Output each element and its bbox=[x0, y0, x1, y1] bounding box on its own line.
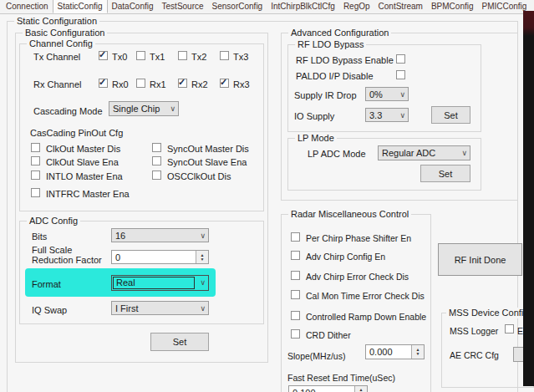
oscclkout-dis-label: OSCClkOut Dis bbox=[167, 171, 231, 181]
tab-sensorconfig[interactable]: SensorConfig bbox=[208, 0, 267, 13]
tx3-label: Tx3 bbox=[233, 52, 248, 62]
rx2-label: Rx2 bbox=[191, 79, 208, 89]
rf-init-done-button[interactable]: RF Init Done bbox=[438, 243, 522, 276]
paldo-ip-disable-checkbox[interactable] bbox=[396, 70, 405, 79]
syncout-master-dis-checkbox[interactable] bbox=[152, 143, 161, 152]
lp-mode-set-button[interactable]: Set bbox=[420, 165, 470, 182]
iq-swap-label: IQ Swap bbox=[32, 305, 67, 315]
tab-intchirpblkctlcfg[interactable]: IntChirpBlkCtlCfg bbox=[267, 0, 339, 13]
syncout-master-dis-label: SyncOut Master Dis bbox=[167, 144, 249, 154]
chevron-down-icon: ∨ bbox=[200, 303, 206, 314]
tx1-label: Tx1 bbox=[150, 52, 165, 62]
cascading-mode-label: Cascading Mode bbox=[33, 106, 103, 116]
bits-dropdown[interactable]: 16 ∨ bbox=[111, 228, 209, 242]
rx0-label: Rx0 bbox=[112, 79, 129, 89]
chevron-down-icon: ∨ bbox=[399, 109, 405, 121]
tx0-checkbox[interactable] bbox=[99, 51, 108, 60]
rx1-checkbox[interactable] bbox=[136, 79, 145, 88]
syncout-slave-ena-label: SyncOut Slave Ena bbox=[167, 157, 247, 167]
tx2-label: Tx2 bbox=[191, 52, 206, 62]
chevron-down-icon: ∨ bbox=[461, 147, 467, 159]
tab-bar: Connection StaticConfig DataConfig TestS… bbox=[0, 0, 534, 14]
paldo-ip-disable-label: PALDO I/P Disable bbox=[296, 71, 374, 81]
rf-ldo-bypass-enable-label: RF LDO Bypass Enable bbox=[296, 55, 394, 65]
tx3-checkbox[interactable] bbox=[220, 51, 229, 60]
cascading-pinout-title: CasCading PinOut Cfg bbox=[30, 128, 123, 138]
rf-ldo-bypass-enable-checkbox[interactable] bbox=[396, 54, 405, 64]
chevron-down-icon: ∨ bbox=[200, 230, 206, 242]
full-scale-reduction-spinner[interactable]: 0 ▲▼ bbox=[111, 250, 209, 264]
full-scale-label-line2: Reduction Factor bbox=[32, 255, 102, 265]
io-supply-dropdown[interactable]: 3.3 ∨ bbox=[365, 108, 409, 122]
mss-logger-label: MSS Logger bbox=[450, 326, 498, 336]
format-value: Real bbox=[116, 277, 135, 288]
window-edge-strip bbox=[523, 11, 534, 386]
controlled-ramp-down-enable-checkbox[interactable] bbox=[291, 311, 300, 320]
full-scale-reduction-value: 0 bbox=[115, 252, 120, 262]
basic-configuration-title: Basic Configuration bbox=[23, 28, 107, 38]
advanced-configuration-title: Advanced Configuration bbox=[288, 28, 391, 38]
tab-dataconfig[interactable]: DataConfig bbox=[108, 0, 158, 13]
cascading-mode-dropdown[interactable]: Single Chip ∨ bbox=[109, 101, 179, 116]
crd-dither-checkbox[interactable] bbox=[291, 329, 300, 339]
clkout-master-dis-checkbox[interactable] bbox=[31, 143, 40, 152]
rx0-checkbox[interactable] bbox=[99, 79, 108, 88]
cal-mon-time-error-check-dis-label: Cal Mon Time Error Check Dis bbox=[306, 291, 425, 301]
fast-reset-end-time-label: Fast Reset End Time(uSec) bbox=[287, 373, 395, 383]
cal-mon-time-error-check-dis-checkbox[interactable] bbox=[291, 290, 300, 299]
adv-chirp-config-en-checkbox[interactable] bbox=[291, 251, 300, 260]
tab-staticconfig[interactable]: StaticConfig bbox=[53, 0, 108, 13]
per-chirp-phase-shifter-label: Per Chirp Phase Shifter En bbox=[306, 233, 411, 243]
rf-ldo-set-button[interactable]: Set bbox=[431, 106, 470, 124]
supply-ir-drop-value: 0% bbox=[369, 89, 383, 99]
intlo-master-ena-label: INTLO Master Ena bbox=[46, 171, 123, 181]
tab-testsource[interactable]: TestSource bbox=[158, 0, 208, 13]
spinner-arrows[interactable]: ▲▼ bbox=[354, 386, 367, 392]
down-arrow-icon[interactable]: ▼ bbox=[201, 257, 205, 262]
format-focus-box: Real bbox=[113, 277, 195, 289]
oscclkout-dis-checkbox[interactable] bbox=[152, 171, 161, 180]
tab-bpmconfig[interactable]: BPMConfig bbox=[427, 0, 478, 13]
per-chirp-phase-shifter-checkbox[interactable] bbox=[291, 232, 300, 242]
clkout-slave-ena-checkbox[interactable] bbox=[31, 156, 40, 165]
radar-misc-control-title: Radar Miscellaneous Control bbox=[288, 209, 411, 220]
mss-logger-checkbox[interactable] bbox=[505, 324, 514, 333]
static-configuration-title: Static Configuration bbox=[14, 16, 99, 27]
rx3-label: Rx3 bbox=[233, 79, 250, 89]
supply-ir-drop-dropdown[interactable]: 0% ∨ bbox=[365, 87, 409, 101]
adv-chirp-error-check-dis-checkbox[interactable] bbox=[291, 271, 300, 280]
bits-label: Bits bbox=[32, 232, 47, 242]
tx2-checkbox[interactable] bbox=[178, 51, 187, 60]
io-supply-label: IO Supply bbox=[294, 111, 334, 121]
lp-adc-mode-value: Regular ADC bbox=[382, 148, 435, 158]
spinner-arrows[interactable]: ▲▼ bbox=[411, 345, 424, 359]
fast-reset-end-time-spinner[interactable]: 0.100 ▲▼ bbox=[288, 385, 368, 392]
rx2-checkbox[interactable] bbox=[178, 79, 187, 88]
tab-contstream[interactable]: ContStream bbox=[374, 0, 427, 13]
rx3-checkbox[interactable] bbox=[220, 79, 229, 88]
intlo-master-ena-checkbox[interactable] bbox=[31, 171, 40, 180]
tab-regop[interactable]: RegOp bbox=[339, 0, 374, 13]
spinner-arrows[interactable]: ▲▼ bbox=[196, 251, 208, 263]
iq-swap-value: I First bbox=[115, 303, 139, 313]
tx1-checkbox[interactable] bbox=[136, 51, 145, 60]
adv-chirp-error-check-dis-label: Adv Chirp Error Check Dis bbox=[306, 272, 409, 282]
static-config-window: Connection StaticConfig DataConfig TestS… bbox=[0, 0, 534, 392]
adc-config-title: ADC Config bbox=[27, 216, 80, 227]
fast-reset-end-time-value: 0.100 bbox=[292, 388, 316, 392]
basic-set-button[interactable]: Set bbox=[150, 333, 209, 351]
tab-connection[interactable]: Connection bbox=[2, 0, 53, 13]
down-arrow-icon[interactable]: ▼ bbox=[416, 352, 420, 356]
slope-spinner[interactable]: 0.000 ▲▼ bbox=[365, 344, 425, 359]
format-dropdown[interactable]: Real ∨ bbox=[111, 275, 209, 291]
iq-swap-dropdown[interactable]: I First ∨ bbox=[111, 301, 209, 315]
lp-adc-mode-dropdown[interactable]: Regular ADC ∨ bbox=[378, 145, 470, 160]
slope-value: 0.000 bbox=[369, 347, 393, 357]
io-supply-value: 3.3 bbox=[369, 110, 382, 120]
chevron-down-icon: ∨ bbox=[200, 277, 206, 288]
full-scale-label-line1: Full Scale bbox=[32, 245, 72, 255]
syncout-slave-ena-checkbox[interactable] bbox=[152, 156, 161, 165]
intfrc-master-ena-checkbox[interactable] bbox=[31, 188, 40, 197]
crd-dither-label: CRD Dither bbox=[306, 330, 351, 340]
rf-ldo-bypass-title: RF LDO Bypass bbox=[295, 39, 366, 50]
